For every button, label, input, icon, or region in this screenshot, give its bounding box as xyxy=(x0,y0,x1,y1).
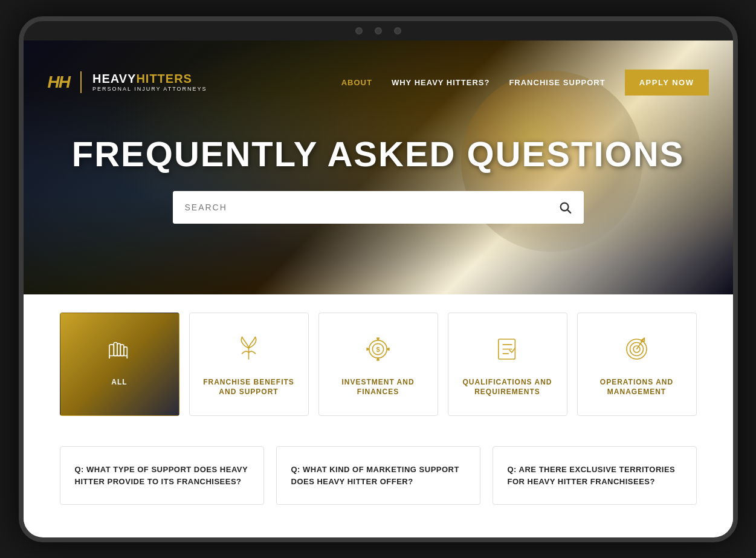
category-qualifications-label: QUALIFICATIONS AND REQUIREMENTS xyxy=(460,377,555,398)
search-bar[interactable] xyxy=(173,191,584,224)
nav-links: ABOUT WHY HEAVY HITTERS? FRANCHISE SUPPO… xyxy=(341,70,709,96)
device-content: HH HEAVY HITTERS PERSONAL INJURY ATTORNE… xyxy=(24,41,733,537)
svg-text:$: $ xyxy=(376,346,380,353)
checklist-icon xyxy=(489,331,526,368)
hands-icon xyxy=(102,331,138,368)
faq-card-2[interactable]: Q: ARE THERE EXCLUSIVE TERRITORIES FOR H… xyxy=(493,446,697,505)
target-icon xyxy=(619,331,655,368)
faq-card-1[interactable]: Q: WHAT KIND OF MARKETING SUPPORT DOES H… xyxy=(276,446,480,505)
category-operations-label: OPERATIONS AND MANAGEMENT xyxy=(590,377,684,398)
logo-heavy-word: HEAVY xyxy=(92,73,136,85)
logo-area[interactable]: HH HEAVY HITTERS PERSONAL INJURY ATTORNE… xyxy=(48,71,207,93)
logo-subtitle: PERSONAL INJURY ATTORNEYS xyxy=(92,86,207,92)
apply-now-button[interactable]: APPLY NOW xyxy=(625,70,709,96)
faq-section: Q: WHAT TYPE OF SUPPORT DOES HEAVY HITTE… xyxy=(24,434,733,529)
nav-about[interactable]: ABOUT xyxy=(341,78,372,87)
hero-title: FREQUENTLY ASKED QUESTIONS xyxy=(72,135,684,174)
logo-hitters-word: HITTERS xyxy=(136,73,192,85)
camera-dot-left xyxy=(355,27,363,34)
coin-icon: $ xyxy=(360,331,396,368)
plant-icon xyxy=(231,331,267,368)
device-frame: HH HEAVY HITTERS PERSONAL INJURY ATTORNE… xyxy=(19,16,738,542)
svg-rect-6 xyxy=(124,347,128,356)
faq-question-2: Q: ARE THERE EXCLUSIVE TERRITORIES FOR H… xyxy=(508,464,682,487)
svg-rect-4 xyxy=(117,343,121,355)
category-franchise-label: FRANCHISE BENEFITS AND SUPPORT xyxy=(202,377,296,398)
faq-question-0: Q: WHAT TYPE OF SUPPORT DOES HEAVY HITTE… xyxy=(75,464,249,487)
camera-dot-center xyxy=(375,27,382,34)
svg-line-1 xyxy=(567,210,570,213)
category-qualifications[interactable]: QUALIFICATIONS AND REQUIREMENTS xyxy=(448,313,567,417)
category-investment-label: INVESTMENT AND FINANCES xyxy=(331,377,425,398)
search-button[interactable] xyxy=(546,191,584,224)
nav-franchise-support[interactable]: FRANCHISE SUPPORT xyxy=(509,78,605,87)
svg-rect-2 xyxy=(109,345,114,355)
camera-dot-right xyxy=(394,27,401,34)
logo-text: HEAVY HITTERS PERSONAL INJURY ATTORNEYS xyxy=(92,73,207,92)
logo-hh-letters: HH xyxy=(48,73,69,92)
category-operations[interactable]: OPERATIONS AND MANAGEMENT xyxy=(577,313,697,417)
device-top-bar xyxy=(24,21,733,41)
logo-icon: HH xyxy=(48,73,69,92)
logo-divider xyxy=(80,71,82,93)
faq-question-1: Q: WHAT KIND OF MARKETING SUPPORT DOES H… xyxy=(291,464,465,487)
svg-rect-3 xyxy=(114,343,117,356)
hero-section: HH HEAVY HITTERS PERSONAL INJURY ATTORNE… xyxy=(24,41,733,294)
search-input[interactable] xyxy=(173,191,546,224)
category-investment[interactable]: $ INVESTMENT AND FINANCES xyxy=(318,313,438,417)
nav-why-hitters[interactable]: WHY HEAVY HITTERS? xyxy=(392,78,489,87)
search-icon xyxy=(558,201,572,214)
faq-card-0[interactable]: Q: WHAT TYPE OF SUPPORT DOES HEAVY HITTE… xyxy=(60,446,264,505)
main-nav: HH HEAVY HITTERS PERSONAL INJURY ATTORNE… xyxy=(24,60,733,105)
category-all[interactable]: ALL xyxy=(60,313,179,417)
category-all-label: ALL xyxy=(111,377,127,388)
category-franchise-benefits[interactable]: FRANCHISE BENEFITS AND SUPPORT xyxy=(189,313,309,417)
categories-section: ALL FRANCHISE BENEFITS AND SU xyxy=(24,294,733,435)
